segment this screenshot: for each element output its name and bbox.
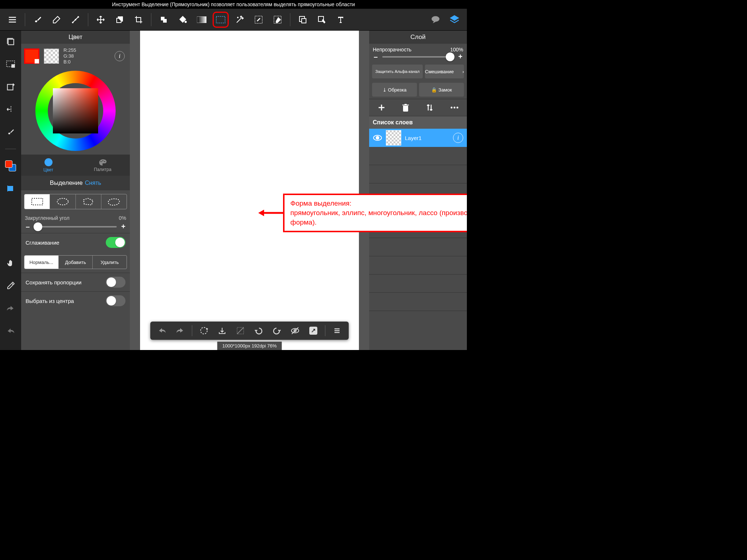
redo-button[interactable] (172, 323, 188, 339)
svg-rect-23 (32, 198, 43, 205)
rail-redo-icon[interactable] (3, 301, 18, 316)
reorder-layer-button[interactable] (426, 103, 434, 112)
foreground-color[interactable] (24, 48, 39, 64)
deselect-button[interactable] (232, 323, 248, 339)
rail-rotate-icon[interactable] (3, 79, 18, 94)
svg-point-35 (453, 107, 455, 109)
chat-icon[interactable] (427, 12, 444, 28)
protect-alpha-button[interactable]: Защитить Альфа-канал (372, 65, 423, 78)
crop-tool[interactable] (131, 12, 147, 28)
shape-tool[interactable] (295, 12, 311, 28)
rect-select-tool[interactable] (213, 12, 229, 28)
undo-button[interactable] (154, 323, 170, 339)
rail-brush-icon[interactable] (3, 125, 18, 139)
blend-button[interactable]: Смешивание› (425, 65, 464, 78)
mode-add[interactable]: Добавить (59, 256, 93, 269)
svg-rect-17 (12, 65, 15, 67)
rail-eyedropper-icon[interactable] (3, 279, 18, 293)
select-brush-tool[interactable] (251, 12, 267, 28)
layer-more-button[interactable] (450, 106, 459, 109)
shape-lasso[interactable] (101, 194, 127, 209)
svg-rect-18 (7, 85, 13, 90)
annotation-arrow (258, 207, 284, 218)
color-box[interactable] (53, 88, 98, 133)
selection-panel-header: Выделение Снять (21, 176, 130, 190)
bucket-tool[interactable] (175, 12, 191, 28)
corner-plus[interactable]: + (120, 222, 126, 231)
select-eraser-tool[interactable] (270, 12, 286, 28)
corner-slider[interactable]: – + (25, 222, 126, 231)
smudge-tool[interactable] (67, 12, 84, 28)
add-layer-button[interactable] (378, 104, 386, 112)
opacity-label: Непрозрачность (373, 47, 411, 52)
selection-mode-segmented: Нормаль... Добавить Удалить (24, 255, 127, 269)
right-panel: Слой Непрозрачность100% – + Защитить Аль… (369, 31, 467, 350)
crop-icon: ⤓ (383, 87, 387, 93)
corner-minus[interactable]: – (25, 222, 31, 231)
lock-button[interactable]: 🔒Замок (419, 83, 464, 97)
brush-tool[interactable] (30, 12, 46, 28)
svg-point-38 (376, 136, 379, 139)
svg-point-6 (185, 21, 186, 23)
rotate-ccw-button[interactable] (251, 323, 267, 339)
rail-hand-icon[interactable] (3, 256, 18, 271)
svg-line-29 (237, 327, 244, 334)
delete-layer-button[interactable] (402, 104, 409, 112)
mode-remove[interactable]: Удалить (93, 256, 127, 269)
opacity-plus[interactable]: + (457, 52, 463, 61)
export-button[interactable] (214, 323, 230, 339)
wand-tool[interactable] (232, 12, 248, 28)
rotate-cw-button[interactable] (269, 323, 285, 339)
rotate-button[interactable] (196, 323, 212, 339)
shape-polygon[interactable] (76, 194, 101, 209)
fill-tool[interactable] (156, 12, 172, 28)
pointer-tool[interactable] (314, 12, 330, 28)
color-wheel[interactable] (35, 71, 116, 151)
rail-undo-icon[interactable] (3, 324, 18, 338)
rail-selection-icon[interactable] (3, 57, 18, 71)
rail-colors-icon[interactable] (3, 159, 18, 173)
mode-normal[interactable]: Нормаль... (24, 256, 59, 269)
bottom-action-bar (150, 322, 349, 340)
menu-button[interactable] (4, 12, 20, 28)
svg-rect-15 (8, 39, 14, 45)
rail-frames-icon[interactable] (3, 34, 18, 49)
svg-point-21 (102, 160, 103, 161)
background-color[interactable] (44, 48, 59, 64)
rail-flip-icon[interactable] (3, 102, 18, 117)
antialias-switch[interactable] (106, 237, 125, 248)
svg-point-20 (100, 161, 101, 162)
canvas[interactable] (140, 31, 359, 350)
status-bar: 1000*1000px 192dpi 76% (217, 342, 282, 350)
opacity-minus[interactable]: – (373, 52, 379, 61)
keep-ratio-label: Сохранять пропорции (26, 279, 81, 285)
layer-visibility-icon[interactable] (373, 135, 382, 141)
text-tool[interactable] (333, 12, 349, 28)
more-button[interactable] (329, 323, 345, 339)
shape-rect[interactable] (24, 194, 50, 209)
layer-item[interactable]: Layer1 i (369, 129, 467, 147)
opacity-slider[interactable]: – + (373, 52, 463, 61)
svg-point-14 (431, 16, 440, 22)
hide-button[interactable] (287, 323, 303, 339)
layer-panel-title: Слой (369, 31, 467, 44)
color-info-icon[interactable]: i (115, 51, 125, 61)
opacity-value: 100% (450, 47, 463, 52)
transform-tool[interactable] (112, 12, 128, 28)
from-center-switch[interactable] (106, 295, 125, 306)
tab-palette[interactable]: Палитра (76, 155, 130, 176)
expand-button[interactable] (305, 323, 321, 339)
gradient-tool[interactable] (194, 12, 210, 28)
left-panel: Цвет R:255 G:38 B:0 i Цвет Палитра Выдел… (21, 31, 130, 350)
keep-ratio-switch[interactable] (106, 277, 125, 288)
shape-ellipse[interactable] (50, 194, 76, 209)
eraser-tool[interactable] (49, 12, 65, 28)
move-tool[interactable] (93, 12, 109, 28)
rail-fullscreen-icon[interactable] (3, 181, 18, 196)
layers-icon[interactable] (446, 12, 462, 28)
crop-button[interactable]: ⤓Обрезка (372, 83, 417, 97)
svg-rect-19 (8, 186, 13, 191)
tab-color[interactable]: Цвет (21, 155, 76, 176)
layer-info-icon[interactable]: i (453, 133, 463, 143)
clear-selection-button[interactable]: Снять (85, 180, 101, 186)
